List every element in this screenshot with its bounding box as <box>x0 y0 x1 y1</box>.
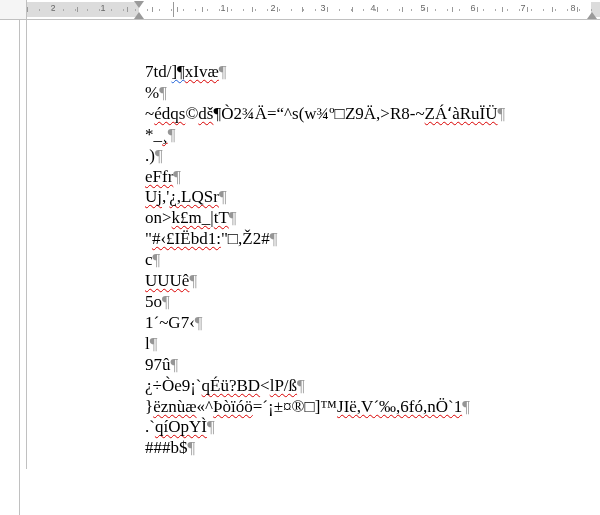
ruler-number: 5 <box>420 3 425 13</box>
text-line[interactable]: ~édqs©dš¶Ò2¾Ä=“^s(w¾º□Z9Ä,>R8-~ZÁʻàRuÏÜ¶ <box>145 104 590 125</box>
ruler-number: 2 <box>50 3 55 13</box>
text-line[interactable]: ###b$¶ <box>145 438 590 459</box>
ruler-number: 4 <box>370 3 375 13</box>
hanging-indent-marker[interactable] <box>134 12 144 19</box>
text-line[interactable]: 7td/]¶xIvæ¶ <box>145 62 590 83</box>
text-line[interactable]: .`qíOpYÌ¶ <box>145 417 590 438</box>
text-line[interactable]: eFfr¶ <box>145 167 590 188</box>
text-line[interactable]: on>k£m_|tT¶ <box>145 208 590 229</box>
text-line[interactable]: *_¸¶ <box>145 125 590 146</box>
document-page[interactable]: 7td/]¶xIvæ¶%¶~édqs©dš¶Ò2¾Ä=“^s(w¾º□Z9Ä,>… <box>26 20 600 469</box>
text-line[interactable]: Uj,'¿,LQSr¶ <box>145 187 590 208</box>
text-line[interactable]: l¶ <box>145 334 590 355</box>
ruler-number: 6 <box>470 3 475 13</box>
document-text[interactable]: 7td/]¶xIvæ¶%¶~édqs©dš¶Ò2¾Ä=“^s(w¾º□Z9Ä,>… <box>145 62 590 459</box>
page-area: 7td/]¶xIvæ¶%¶~édqs©dš¶Ò2¾Ä=“^s(w¾º□Z9Ä,>… <box>20 20 600 515</box>
text-line[interactable]: UUUê¶ <box>145 271 590 292</box>
text-line[interactable]: c¶ <box>145 250 590 271</box>
horizontal-ruler: 21123456789 <box>0 0 600 20</box>
ruler-number: 7 <box>520 3 525 13</box>
text-line[interactable]: %¶ <box>145 83 590 104</box>
text-line[interactable]: 1´~G7‹¶ <box>145 313 590 334</box>
text-line[interactable]: }ëznùæ«^Þòïóö=´¡±¤®□]™JIë,V´‰,6fó,nÖ`1¶ <box>145 397 590 418</box>
ruler-number: 3 <box>320 3 325 13</box>
right-indent-marker[interactable] <box>587 12 597 19</box>
text-line[interactable]: ¿÷Òe9¡`qÉü?BD<lP/ß¶ <box>145 376 590 397</box>
ruler-number: 1 <box>220 3 225 13</box>
text-line[interactable]: 97û¶ <box>145 355 590 376</box>
ruler-number: 1 <box>100 3 105 13</box>
vertical-ruler <box>0 20 20 515</box>
text-line[interactable]: 5o¶ <box>145 292 590 313</box>
first-line-indent-marker[interactable] <box>134 1 144 8</box>
ruler-number: 8 <box>570 3 575 13</box>
ruler-number: 2 <box>270 3 275 13</box>
text-line[interactable]: "#‹£IËbd1:"□,Ž2#¶ <box>145 229 590 250</box>
text-line[interactable]: .)¶ <box>145 146 590 167</box>
